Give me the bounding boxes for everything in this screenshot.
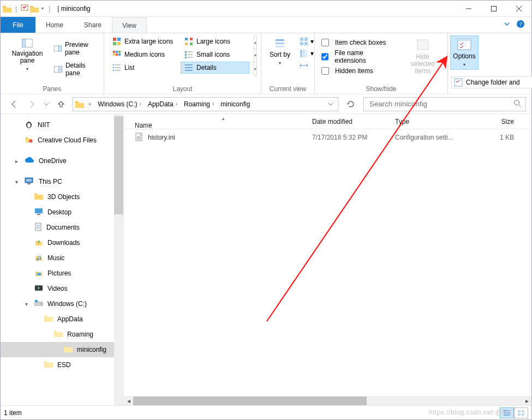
svg-rect-17 — [185, 43, 188, 45]
up-button[interactable] — [55, 98, 67, 110]
collapse-ribbon-icon[interactable] — [503, 20, 511, 29]
svg-rect-37 — [300, 50, 302, 57]
tree-item-icon — [64, 345, 73, 354]
tree-item-miniconfig[interactable]: miniconfig — [1, 342, 114, 357]
back-button[interactable] — [8, 98, 20, 110]
breadcrumb-root-chevron[interactable]: « — [85, 101, 95, 107]
preview-pane-button[interactable]: Preview pane — [54, 41, 99, 56]
qat-newfolder-icon[interactable] — [30, 5, 39, 13]
tree-item-niit[interactable]: NIIT — [1, 117, 114, 133]
details-pane-label: Details pane — [65, 62, 99, 77]
qat-dropdown-icon[interactable]: ▾ — [40, 6, 45, 11]
tree-item-esd[interactable]: ESD — [1, 357, 114, 373]
close-button[interactable] — [506, 1, 531, 17]
tree-item-this-pc[interactable]: ▾This PC — [1, 174, 114, 189]
hscroll-right-icon[interactable]: ▸ — [522, 397, 531, 406]
gallery-more-icon[interactable]: ▾ — [254, 62, 256, 75]
layout-gallery-scroll[interactable]: ▴ ▾ ▾ — [254, 35, 257, 76]
address-dropdown-icon[interactable] — [325, 101, 336, 107]
hscroll-left-icon[interactable]: ◂ — [124, 397, 133, 406]
column-type[interactable]: Type — [395, 118, 478, 125]
tree-item-downloads[interactable]: Downloads — [1, 235, 114, 250]
search-icon[interactable] — [513, 99, 521, 109]
tree-item-windows-c-[interactable]: ▾Windows (C:) — [1, 296, 114, 311]
layout-medium-icons[interactable]: Medium icons — [109, 49, 177, 61]
tab-share[interactable]: Share — [74, 17, 112, 33]
item-checkboxes-toggle[interactable]: Item check boxes — [319, 35, 393, 50]
tree-item-icon — [34, 238, 43, 248]
expander-icon[interactable]: ▾ — [22, 301, 30, 307]
tree-item-label: Documents — [46, 224, 80, 231]
thumbnail-view-icon[interactable] — [514, 407, 528, 418]
tree-item-pictures[interactable]: Pictures — [1, 266, 114, 281]
layout-list[interactable]: List — [109, 62, 177, 74]
details-pane-button[interactable]: Details pane — [54, 62, 99, 77]
maximize-button[interactable] — [481, 1, 506, 17]
tree-item-music[interactable]: Music — [1, 250, 114, 266]
nav-tree-scrollbar[interactable] — [114, 114, 123, 405]
tree-item-desktop[interactable]: Desktop — [1, 205, 114, 220]
sort-by-button[interactable]: Sort by ▾ — [266, 35, 294, 68]
tab-view[interactable]: View — [112, 17, 147, 33]
tree-item-documents[interactable]: Documents — [1, 220, 114, 235]
tree-item-onedrive[interactable]: ▸OneDrive — [1, 153, 114, 169]
tab-file[interactable]: File — [1, 17, 35, 33]
gallery-up-icon[interactable]: ▴ — [254, 36, 256, 49]
svg-rect-5 — [22, 39, 26, 47]
navigation-tree[interactable]: NIIT©Creative Cloud Files▸OneDrive▾This … — [1, 114, 114, 405]
svg-rect-28 — [113, 67, 114, 68]
navigation-pane-button[interactable]: Navigation pane ▾ — [5, 35, 50, 74]
breadcrumb-miniconfig[interactable]: miniconfig — [218, 100, 252, 108]
qat-properties-icon[interactable] — [21, 4, 28, 13]
breadcrumb-windows-c[interactable]: Windows (C:)› — [96, 100, 145, 108]
group-current-view: Sort by ▾ ▾ ▾ Current view — [261, 33, 315, 94]
watermark: https://blog.csdn.net @51C — [429, 409, 515, 416]
minimize-button[interactable] — [456, 1, 481, 17]
hscroll-thumb[interactable] — [133, 397, 367, 405]
svg-rect-33 — [300, 38, 303, 41]
hide-selected-label: Hide selected items — [403, 53, 443, 75]
column-name[interactable]: ▴ Name — [135, 114, 312, 129]
layout-small-icons[interactable]: Small icons — [181, 49, 249, 61]
file-name: history.ini — [148, 134, 175, 141]
layout-extra-large-icons[interactable]: Extra large icons — [109, 35, 177, 47]
file-rows[interactable]: history.ini7/17/2018 5:32 PMConfiguratio… — [124, 129, 531, 396]
svg-rect-36 — [304, 42, 308, 45]
hidden-items-toggle[interactable]: Hidden items — [319, 64, 393, 78]
forward-button[interactable] — [26, 98, 38, 110]
horizontal-scrollbar[interactable]: ◂ ▸ — [124, 396, 531, 405]
recent-locations-button[interactable] — [43, 98, 50, 110]
expander-icon[interactable]: ▾ — [13, 179, 20, 185]
size-columns-button[interactable] — [298, 61, 315, 70]
layout-details[interactable]: Details — [181, 62, 249, 74]
tree-item-roaming[interactable]: Roaming — [1, 327, 114, 342]
group-show-hide: Item check boxes File name extensions Hi… — [315, 33, 448, 94]
breadcrumb-roaming[interactable]: Roaming› — [182, 100, 217, 108]
group-by-button[interactable]: ▾ — [298, 37, 315, 46]
search-box[interactable] — [363, 97, 526, 111]
gallery-down-icon[interactable]: ▾ — [254, 49, 256, 62]
add-columns-button[interactable]: ▾ — [298, 49, 315, 58]
address-bar[interactable]: « Windows (C:)› AppData› Roaming› minico… — [73, 97, 338, 111]
tree-item-label: Downloads — [47, 239, 80, 247]
breadcrumb-appdata[interactable]: AppData› — [146, 100, 181, 108]
help-icon[interactable]: ? — [516, 20, 525, 30]
tree-item-appdata[interactable]: AppData — [1, 311, 114, 327]
column-date[interactable]: Date modified — [312, 118, 395, 125]
tree-item-creative-cloud-files[interactable]: ©Creative Cloud Files — [1, 133, 114, 148]
tree-item-videos[interactable]: Videos — [1, 281, 114, 296]
tab-home[interactable]: Home — [35, 17, 74, 33]
filename-ext-toggle[interactable]: File name extensions — [319, 50, 393, 64]
svg-rect-65 — [35, 302, 43, 303]
expander-icon[interactable]: ▸ — [13, 158, 20, 164]
tree-item-3d-objects[interactable]: 3D Objects — [1, 189, 114, 205]
change-folder-options-button[interactable]: Change folder and — [451, 76, 532, 88]
file-row[interactable]: history.ini7/17/2018 5:32 PMConfiguratio… — [124, 129, 531, 146]
column-size[interactable]: Size — [478, 118, 522, 125]
options-button[interactable]: Options ▾ — [450, 35, 479, 70]
layout-large-icons[interactable]: Large icons — [181, 35, 249, 47]
group-layout: Extra large icons Large icons Medium ico… — [104, 33, 261, 94]
checkbox-label: Hidden items — [335, 67, 373, 75]
refresh-button[interactable] — [344, 97, 358, 111]
search-input[interactable] — [368, 99, 513, 109]
